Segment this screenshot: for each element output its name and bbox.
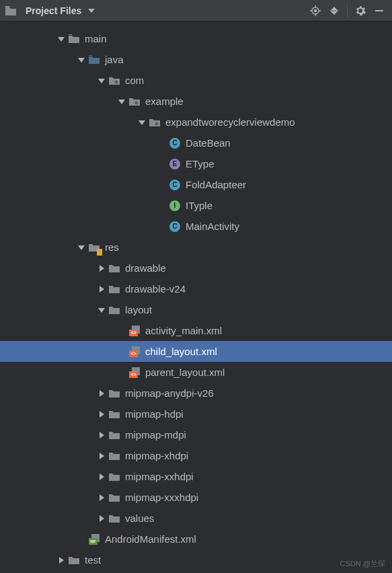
class-icon: C (168, 137, 182, 150)
node-label: EType (186, 158, 214, 169)
chevron-down-icon[interactable] (116, 96, 128, 108)
chevron-down-icon[interactable] (95, 304, 108, 316)
chevron-right-icon[interactable] (95, 492, 108, 504)
collapse-icon[interactable] (325, 2, 343, 20)
tree-node-test[interactable]: test (0, 549, 392, 570)
tree-node-drawable-v24[interactable]: drawable-v24 (0, 278, 392, 299)
node-label: mipmap-xxxhdpi (125, 492, 198, 503)
chevron-right-icon[interactable] (95, 512, 108, 525)
project-tree: main java com example expandtworecyclerv… (0, 22, 392, 570)
chevron-right-icon[interactable] (55, 554, 67, 566)
tree-node-mipmap-hdpi[interactable]: mipmap-hdpi (0, 404, 392, 424)
tree-node-mipmap-xxxhdpi[interactable]: mipmap-xxxhdpi (0, 487, 392, 508)
tree-node-datebean[interactable]: C DateBean (0, 132, 392, 153)
folder-icon (108, 428, 121, 442)
svg-rect-6 (330, 10, 338, 11)
folder-icon (108, 282, 121, 296)
hide-icon[interactable] (370, 2, 388, 20)
tree-node-mipmap-anydpi-v26[interactable]: mipmap-anydpi-v26 (0, 383, 392, 404)
chevron-right-icon[interactable] (95, 387, 108, 399)
folder-icon (4, 4, 17, 17)
class-icon: C (168, 220, 182, 233)
tree-node-mipmap-xxhdpi[interactable]: mipmap-xxhdpi (0, 466, 392, 487)
divider (347, 4, 348, 17)
package-icon (108, 74, 121, 87)
chevron-down-icon[interactable] (95, 75, 108, 87)
chevron-down-icon[interactable] (136, 116, 148, 128)
manifest-file-icon: MF (87, 533, 101, 546)
node-label: res (105, 241, 119, 253)
node-label: drawable (125, 262, 166, 274)
tree-node-foldadapter[interactable]: C FoldAdapteer (0, 174, 392, 195)
tree-node-res[interactable]: res (0, 237, 392, 258)
tree-node-main[interactable]: main (0, 28, 392, 49)
folder-icon (108, 303, 121, 317)
svg-point-1 (315, 9, 317, 11)
tree-node-etype[interactable]: E EType (0, 153, 392, 174)
gear-icon[interactable] (352, 2, 369, 20)
folder-icon (108, 470, 121, 484)
tree-node-mipmap-mdpi[interactable]: mipmap-mdpi (0, 424, 392, 445)
panel-title: Project Files (26, 5, 81, 16)
tree-node-mipmap-xhdpi[interactable]: mipmap-xhdpi (0, 445, 392, 466)
node-label: mipmap-hdpi (125, 408, 184, 420)
dropdown-icon[interactable] (85, 5, 97, 17)
watermark: CSDN @兰琛 (340, 559, 385, 569)
tree-node-ityple[interactable]: I ITyple (0, 195, 392, 216)
chevron-down-icon[interactable] (55, 33, 67, 45)
tree-node-mainactivity[interactable]: C MainActivity (0, 216, 392, 237)
chevron-down-icon[interactable] (75, 241, 87, 254)
node-label: mipmap-xhdpi (125, 450, 188, 461)
xml-file-icon: <> (128, 345, 141, 358)
res-folder-icon (87, 241, 101, 254)
node-label: com (125, 75, 144, 86)
svg-rect-7 (375, 10, 383, 11)
node-label: MainActivity (186, 221, 239, 232)
node-label: drawable-v24 (125, 283, 186, 295)
enum-icon: E (168, 157, 182, 171)
folder-icon (108, 512, 121, 525)
tree-node-example[interactable]: example (0, 91, 392, 112)
folder-icon (108, 449, 121, 463)
folder-icon (67, 32, 81, 46)
node-label: activity_main.xml (145, 325, 222, 336)
tree-node-values[interactable]: values (0, 508, 392, 529)
chevron-right-icon[interactable] (95, 283, 108, 295)
tree-node-java[interactable]: java (0, 49, 392, 70)
xml-file-icon: <> (128, 366, 141, 379)
node-label: ITyple (186, 200, 212, 211)
tree-node-manifest[interactable]: MF AndroidManifest.xml (0, 529, 392, 549)
chevron-right-icon[interactable] (95, 408, 108, 420)
tree-node-layout[interactable]: layout (0, 299, 392, 320)
folder-icon (108, 262, 121, 275)
tree-node-com[interactable]: com (0, 70, 392, 91)
tree-node-child-layout[interactable]: <> child_layout.xml (0, 341, 392, 362)
target-icon[interactable] (307, 2, 324, 20)
svg-point-8 (115, 81, 118, 84)
folder-icon (108, 491, 121, 504)
chevron-right-icon[interactable] (95, 471, 108, 483)
chevron-right-icon[interactable] (95, 450, 108, 462)
node-label: values (125, 512, 154, 524)
tree-node-activity-main[interactable]: <> activity_main.xml (0, 320, 392, 341)
node-label: test (85, 554, 101, 566)
node-label: AndroidManifest.xml (105, 533, 196, 545)
svg-point-10 (155, 122, 159, 126)
package-icon (128, 95, 141, 108)
package-icon (148, 116, 161, 129)
node-label: expandtworecyclerviewdemo (165, 116, 295, 128)
tree-node-parent-layout[interactable]: <> parent_layout.xml (0, 362, 392, 383)
tree-node-package[interactable]: expandtworecyclerviewdemo (0, 112, 392, 132)
project-panel-header: Project Files (0, 0, 392, 22)
tree-node-drawable[interactable]: drawable (0, 258, 392, 278)
chevron-right-icon[interactable] (95, 262, 108, 274)
node-label: layout (125, 304, 152, 315)
node-label: parent_layout.xml (145, 367, 225, 378)
node-label: DateBean (186, 137, 231, 149)
chevron-down-icon[interactable] (75, 54, 87, 66)
folder-icon (108, 387, 121, 400)
node-label: main (85, 33, 107, 44)
folder-icon (108, 408, 121, 421)
svg-point-9 (135, 102, 139, 105)
chevron-right-icon[interactable] (95, 429, 108, 441)
